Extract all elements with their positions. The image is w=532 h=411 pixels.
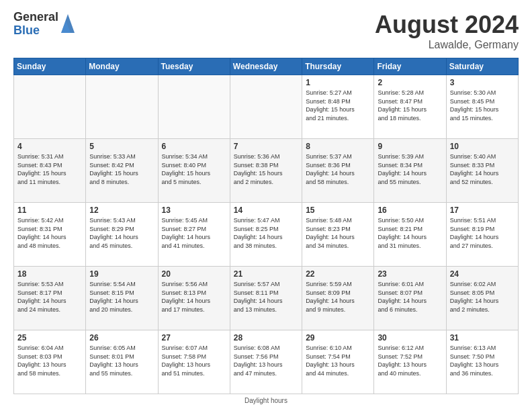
day-info: Sunrise: 6:13 AM Sunset: 7:50 PM Dayligh… [450,344,515,377]
day-number: 26 [89,333,154,342]
day-cell [158,75,230,139]
day-info: Sunrise: 5:28 AM Sunset: 8:47 PM Dayligh… [378,89,442,122]
day-cell: 14Sunrise: 5:47 AM Sunset: 8:25 PM Dayli… [230,203,302,267]
day-number: 28 [234,333,298,342]
page: General Blue August 2024 Lawalde, German… [0,0,532,411]
week-row-5: 25Sunrise: 6:04 AM Sunset: 8:03 PM Dayli… [14,330,519,394]
week-row-2: 4Sunrise: 5:31 AM Sunset: 8:43 PM Daylig… [14,139,519,203]
logo: General Blue [13,11,75,38]
day-cell: 10Sunrise: 5:40 AM Sunset: 8:33 PM Dayli… [446,139,518,203]
calendar-table: SundayMondayTuesdayWednesdayThursdayFrid… [13,58,519,394]
day-number: 5 [89,142,154,151]
day-cell: 4Sunrise: 5:31 AM Sunset: 8:43 PM Daylig… [14,139,86,203]
day-cell: 2Sunrise: 5:28 AM Sunset: 8:47 PM Daylig… [374,75,446,139]
logo-blue: Blue [13,24,58,38]
day-info: Sunrise: 5:50 AM Sunset: 8:21 PM Dayligh… [378,216,442,250]
header: General Blue August 2024 Lawalde, German… [13,11,519,51]
day-cell: 24Sunrise: 6:02 AM Sunset: 8:05 PM Dayli… [446,267,518,330]
day-cell: 29Sunrise: 6:10 AM Sunset: 7:54 PM Dayli… [302,330,374,394]
day-cell: 8Sunrise: 5:37 AM Sunset: 8:36 PM Daylig… [302,139,374,203]
day-cell [230,75,302,139]
day-info: Sunrise: 5:31 AM Sunset: 8:43 PM Dayligh… [17,152,82,186]
day-number: 4 [17,142,82,151]
day-number: 18 [17,269,82,279]
day-cell: 13Sunrise: 5:45 AM Sunset: 8:27 PM Dayli… [158,203,230,267]
day-cell: 15Sunrise: 5:48 AM Sunset: 8:23 PM Dayli… [302,203,374,267]
day-number: 6 [162,142,226,151]
col-header-saturday: Saturday [446,58,518,75]
day-number: 25 [17,333,82,342]
day-info: Sunrise: 5:59 AM Sunset: 8:09 PM Dayligh… [306,280,370,314]
day-number: 21 [234,269,298,279]
day-number: 1 [306,78,370,87]
day-number: 17 [450,205,515,215]
day-info: Sunrise: 6:05 AM Sunset: 8:01 PM Dayligh… [89,344,154,377]
day-info: Sunrise: 5:53 AM Sunset: 8:17 PM Dayligh… [17,280,82,314]
day-number: 3 [450,78,515,87]
col-header-sunday: Sunday [14,58,86,75]
day-number: 7 [234,142,298,151]
logo-general: General [13,11,58,24]
day-cell: 30Sunrise: 6:12 AM Sunset: 7:52 PM Dayli… [374,330,446,394]
day-number: 30 [378,333,442,342]
title-month: August 2024 [375,11,519,39]
day-info: Sunrise: 5:36 AM Sunset: 8:38 PM Dayligh… [234,152,298,186]
col-header-monday: Monday [86,58,158,75]
title-block: August 2024 Lawalde, Germany [375,11,519,51]
col-header-tuesday: Tuesday [158,58,230,75]
day-number: 27 [162,333,226,342]
day-cell: 28Sunrise: 6:08 AM Sunset: 7:56 PM Dayli… [230,330,302,394]
day-number: 29 [306,333,370,342]
day-cell: 31Sunrise: 6:13 AM Sunset: 7:50 PM Dayli… [446,330,518,394]
day-info: Sunrise: 6:04 AM Sunset: 8:03 PM Dayligh… [17,344,82,377]
day-info: Sunrise: 6:01 AM Sunset: 8:07 PM Dayligh… [378,280,442,314]
day-info: Sunrise: 5:40 AM Sunset: 8:33 PM Dayligh… [450,152,515,186]
title-location: Lawalde, Germany [375,39,519,51]
day-number: 10 [450,142,515,151]
day-number: 20 [162,269,226,279]
day-info: Sunrise: 5:45 AM Sunset: 8:27 PM Dayligh… [162,216,226,250]
day-info: Sunrise: 6:02 AM Sunset: 8:05 PM Dayligh… [450,280,515,314]
day-number: 15 [306,205,370,215]
day-info: Sunrise: 5:54 AM Sunset: 8:15 PM Dayligh… [89,280,154,314]
day-number: 14 [234,205,298,215]
day-number: 19 [89,269,154,279]
day-cell: 9Sunrise: 5:39 AM Sunset: 8:34 PM Daylig… [374,139,446,203]
col-header-thursday: Thursday [302,58,374,75]
day-cell [86,75,158,139]
week-row-1: 1Sunrise: 5:27 AM Sunset: 8:48 PM Daylig… [14,75,519,139]
day-number: 31 [450,333,515,342]
day-number: 9 [378,142,442,151]
day-info: Sunrise: 5:47 AM Sunset: 8:25 PM Dayligh… [234,216,298,250]
logo-icon [61,14,75,36]
day-info: Sunrise: 5:43 AM Sunset: 8:29 PM Dayligh… [89,216,154,250]
day-cell: 5Sunrise: 5:33 AM Sunset: 8:42 PM Daylig… [86,139,158,203]
day-info: Sunrise: 6:08 AM Sunset: 7:56 PM Dayligh… [234,344,298,377]
day-cell: 7Sunrise: 5:36 AM Sunset: 8:38 PM Daylig… [230,139,302,203]
day-number: 16 [378,205,442,215]
week-row-3: 11Sunrise: 5:42 AM Sunset: 8:31 PM Dayli… [14,203,519,267]
day-cell: 22Sunrise: 5:59 AM Sunset: 8:09 PM Dayli… [302,267,374,330]
day-cell: 18Sunrise: 5:53 AM Sunset: 8:17 PM Dayli… [14,267,86,330]
day-cell: 19Sunrise: 5:54 AM Sunset: 8:15 PM Dayli… [86,267,158,330]
col-header-wednesday: Wednesday [230,58,302,75]
day-number: 11 [17,205,82,215]
day-number: 12 [89,205,154,215]
day-cell: 26Sunrise: 6:05 AM Sunset: 8:01 PM Dayli… [86,330,158,394]
day-number: 2 [378,78,442,87]
day-info: Sunrise: 5:37 AM Sunset: 8:36 PM Dayligh… [306,152,370,186]
day-number: 22 [306,269,370,279]
day-info: Sunrise: 5:27 AM Sunset: 8:48 PM Dayligh… [306,89,370,122]
day-cell: 3Sunrise: 5:30 AM Sunset: 8:45 PM Daylig… [446,75,518,139]
day-info: Sunrise: 5:34 AM Sunset: 8:40 PM Dayligh… [162,152,226,186]
day-number: 23 [378,269,442,279]
day-number: 13 [162,205,226,215]
day-cell: 6Sunrise: 5:34 AM Sunset: 8:40 PM Daylig… [158,139,230,203]
day-info: Sunrise: 5:48 AM Sunset: 8:23 PM Dayligh… [306,216,370,250]
day-info: Sunrise: 5:39 AM Sunset: 8:34 PM Dayligh… [378,152,442,186]
day-cell: 20Sunrise: 5:56 AM Sunset: 8:13 PM Dayli… [158,267,230,330]
day-cell: 25Sunrise: 6:04 AM Sunset: 8:03 PM Dayli… [14,330,86,394]
day-number: 24 [450,269,515,279]
day-info: Sunrise: 5:56 AM Sunset: 8:13 PM Dayligh… [162,280,226,314]
day-info: Sunrise: 5:42 AM Sunset: 8:31 PM Dayligh… [17,216,82,250]
